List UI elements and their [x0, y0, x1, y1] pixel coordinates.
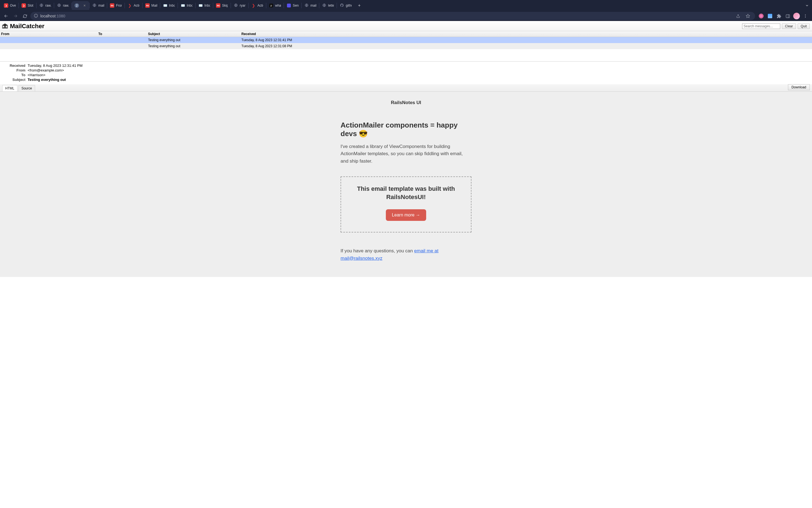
cell-from	[0, 38, 97, 43]
bookmark-star-icon[interactable]	[744, 12, 752, 20]
browser-tab[interactable]: 2M×	[72, 1, 89, 10]
browser-tab[interactable]: ❯Actio	[125, 1, 142, 10]
tab-favicon-icon: p	[269, 3, 274, 8]
svg-point-14	[805, 17, 806, 18]
email-box-heading: This email template was built with Rails…	[352, 185, 460, 201]
browser-tab[interactable]: ✉️Inbo	[196, 1, 213, 10]
svg-rect-10	[786, 14, 789, 17]
detail-value-to: <Harrison>	[28, 73, 45, 77]
detail-value-received: Tuesday, 8 Aug 2023 12:31:41 PM	[28, 64, 83, 68]
tab-favicon-icon: ❯	[251, 3, 256, 8]
detail-value-subject: Testing everything out	[28, 78, 66, 82]
email-heading: ActionMailer components = happy devs 😎	[340, 121, 472, 138]
browser-tab[interactable]: ✉️Inbo	[160, 1, 177, 10]
tab-title: Actio	[134, 4, 139, 7]
share-icon[interactable]	[734, 12, 742, 20]
browser-tab[interactable]: ❯Actio	[249, 1, 266, 10]
email-footer-text: If you have any questions, you can	[340, 248, 414, 253]
email-paragraph: I've created a library of ViewComponents…	[340, 143, 472, 165]
new-tab-button[interactable]: +	[356, 2, 363, 9]
svg-point-12	[805, 14, 806, 15]
tab-favicon-icon: ✉️	[198, 3, 203, 8]
tab-favicon-icon: ✉️	[163, 3, 167, 8]
tab-favicon-icon: ❯	[128, 3, 132, 8]
download-button[interactable]: Download	[788, 84, 810, 90]
browser-tab[interactable]: mailg	[301, 1, 319, 10]
detail-label-received: Received	[2, 64, 28, 68]
detail-label-subject: Subject	[2, 78, 28, 82]
email-callout-box: This email template was built with Rails…	[340, 176, 472, 232]
mailcatcher-app: MailCatcher Clear Quit From To Subject R…	[0, 21, 812, 277]
column-header-received[interactable]: Received	[240, 31, 812, 37]
browser-tab[interactable]: githu	[337, 1, 354, 10]
tab-title: M	[81, 4, 81, 7]
side-panel-icon[interactable]	[784, 13, 791, 19]
tab-title: Maile	[151, 4, 157, 7]
tab-title: Inbo	[204, 4, 210, 7]
tab-close-icon[interactable]: ×	[83, 4, 86, 7]
browser-tab[interactable]: Send	[284, 1, 301, 10]
nav-reload-button[interactable]	[21, 12, 29, 20]
browser-tab[interactable]: raw.g	[36, 1, 54, 10]
tab-favicon-icon: 2	[75, 3, 79, 8]
view-tabs-row: HTML Source Download	[0, 84, 812, 92]
column-header-to[interactable]: To	[97, 31, 147, 37]
tab-title: Slots	[28, 4, 33, 7]
detail-label-from: From	[2, 68, 28, 72]
column-header-from[interactable]: From	[0, 31, 97, 37]
url-bar-row: localhost:1080	[0, 11, 812, 21]
learn-more-button[interactable]: Learn more →	[386, 209, 426, 221]
tab-title: mailh	[98, 4, 104, 7]
browser-tab[interactable]: ✉️Inbo	[178, 1, 195, 10]
cell-to	[97, 38, 147, 43]
site-info-icon[interactable]	[34, 13, 38, 19]
browser-tab[interactable]: lette	[319, 1, 337, 10]
app-title: MailCatcher	[10, 23, 44, 30]
nav-forward-button[interactable]	[12, 12, 19, 20]
browser-tab[interactable]: RNSkip	[213, 1, 231, 10]
profile-avatar[interactable]	[793, 13, 800, 19]
message-row[interactable]: Testing everything outTuesday, 8 Aug 202…	[0, 43, 812, 49]
extension-icons	[757, 13, 810, 19]
tab-title: what	[275, 4, 281, 7]
url-bar[interactable]: localhost:1080	[30, 12, 755, 20]
browser-tab[interactable]: ryanh	[231, 1, 248, 10]
message-row[interactable]: Testing everything outTuesday, 8 Aug 202…	[0, 37, 812, 43]
tab-favicon-icon: ❯	[4, 3, 8, 8]
tab-favicon-icon	[322, 3, 326, 8]
email-preview: RailsNotes UI ActionMailer components = …	[0, 92, 812, 277]
browser-tab[interactable]: RNFrom	[107, 1, 125, 10]
browser-tab[interactable]: RNMaile	[143, 1, 160, 10]
browser-tab[interactable]: ❯Over	[1, 1, 18, 10]
tab-title: raw.g	[63, 4, 69, 7]
nav-back-button[interactable]	[2, 12, 10, 20]
quit-button[interactable]: Quit	[798, 24, 810, 29]
extension-icon-1[interactable]	[758, 13, 765, 19]
message-list-header: From To Subject Received	[0, 31, 812, 37]
tab-favicon-icon	[287, 3, 291, 8]
tab-html[interactable]: HTML	[2, 85, 17, 91]
tab-title: Inbo	[169, 4, 175, 7]
extension-icon-2[interactable]	[767, 13, 773, 19]
browser-chrome: ❯Over❯Slotsraw.graw.g2M×mailhRNFrom❯Acti…	[0, 0, 812, 21]
tab-favicon-icon: RN	[216, 3, 220, 8]
search-input[interactable]	[742, 24, 780, 29]
tab-favicon-icon	[234, 3, 238, 8]
email-brand: RailsNotes UI	[0, 100, 812, 105]
browser-tab[interactable]: pwhat	[266, 1, 284, 10]
tab-title: Skip	[222, 4, 228, 7]
browser-tab[interactable]: mailh	[89, 1, 107, 10]
clear-button[interactable]: Clear	[782, 24, 796, 29]
browser-tab[interactable]: ❯Slots	[19, 1, 36, 10]
tab-title: Send	[293, 4, 298, 7]
extensions-puzzle-icon[interactable]	[776, 13, 782, 19]
cell-received: Tuesday, 8 Aug 2023 12:31:08 PM	[240, 44, 812, 49]
column-header-subject[interactable]: Subject	[147, 31, 240, 37]
chrome-menu-icon[interactable]	[802, 13, 809, 19]
tab-favicon-icon: RN	[145, 3, 150, 8]
tabs-dropdown-icon[interactable]	[803, 2, 811, 9]
email-footer: If you have any questions, you can email…	[340, 247, 472, 262]
tab-source[interactable]: Source	[18, 85, 35, 91]
tab-favicon-icon: ✉️	[180, 3, 185, 8]
browser-tab[interactable]: raw.g	[54, 1, 72, 10]
